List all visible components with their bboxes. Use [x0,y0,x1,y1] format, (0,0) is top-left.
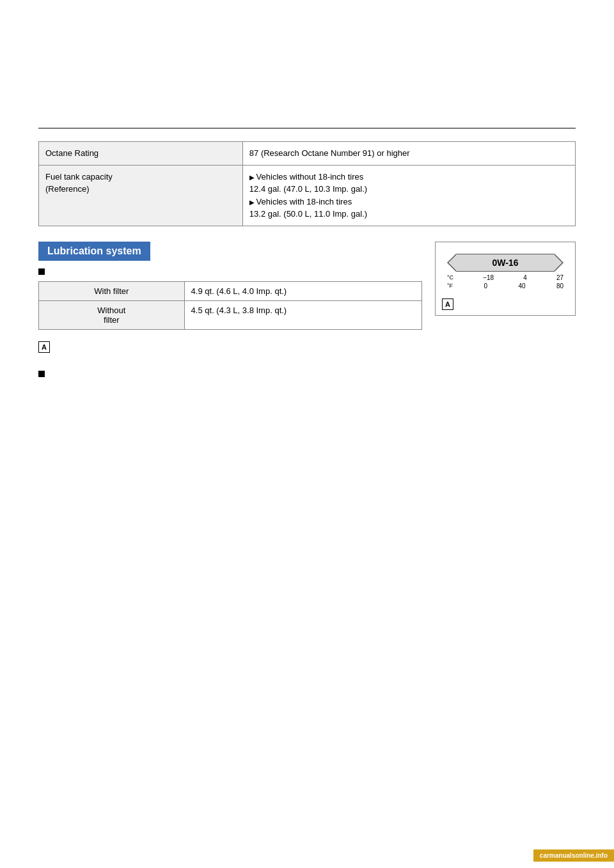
lubrication-section: Lubrication system With filter 4.9 qt. (… [38,242,576,330]
without-filter-label: Withoutfilter [39,300,185,329]
octane-label: Octane Rating [39,142,243,166]
main-content: Octane Rating 87 (Research Octane Number… [38,141,576,377]
section-header-lubrication: Lubrication system [38,242,150,261]
arrow-left-fill-icon [448,255,456,270]
with-filter-value: 4.9 qt. (4.6 L, 4.0 Imp. qt.) [184,281,421,300]
badge-a-ref-icon: A [38,341,50,353]
fahrenheit-0: 0 [484,283,487,290]
fuel-capacity-value: Vehicles without 18-inch tires 12.4 gal.… [242,165,575,226]
fahrenheit-row: °F 0 40 80 [447,283,563,290]
without-filter-value: 4.5 qt. (4.3 L, 3.8 Imp. qt.) [184,300,421,329]
carmanuals-logo: carmanualsonline.info [533,849,614,862]
celsius-unit: °C [447,274,453,281]
table-row: Octane Rating 87 (Research Octane Number… [39,142,576,166]
watermark-area: carmanualsonline.info [533,849,614,862]
oil-capacity-table: With filter 4.9 qt. (4.6 L, 4.0 Imp. qt.… [38,281,422,330]
fahrenheit-80: 80 [556,283,563,290]
fahrenheit-unit: °F [447,283,453,290]
fuel-capacity-label: Fuel tank capacity(Reference) [39,165,243,226]
oil-grade-label: 0W-16 [456,254,555,272]
temp-chart-box: 0W-16 °C −18 4 27 [435,242,576,316]
fahrenheit-40: 40 [518,283,525,290]
badge-a-reference: A [38,337,576,353]
table-row: With filter 4.9 qt. (4.6 L, 4.0 Imp. qt.… [39,281,422,300]
bottom-marker-row [38,368,576,377]
table-row: Withoutfilter 4.5 qt. (4.3 L, 3.8 Imp. q… [39,300,422,329]
celsius-row: °C −18 4 27 [447,274,563,281]
badge-a: A [442,298,453,310]
page: Octane Rating 87 (Research Octane Number… [0,0,614,868]
temperature-scale: °C −18 4 27 °F 0 40 80 [447,274,563,290]
fuel-specs-table: Octane Rating 87 (Research Octane Number… [38,141,576,226]
celsius-neg18: −18 [483,274,494,281]
badge-a-container: A [442,295,569,310]
lubrication-right: 0W-16 °C −18 4 27 [435,242,576,316]
section-subsection-marker [38,268,422,275]
celsius-27: 27 [556,274,563,281]
table-row: Fuel tank capacity(Reference) Vehicles w… [39,165,576,226]
oil-grade-arrow: 0W-16 [447,254,563,272]
with-filter-label: With filter [39,281,185,300]
arrow-right-fill-icon [555,255,562,270]
bottom-section [38,368,576,377]
top-divider [38,128,576,128]
bottom-black-square-icon [38,371,45,377]
black-square-icon [38,268,45,275]
octane-value: 87 (Research Octane Number 91) or higher [242,142,575,166]
celsius-4: 4 [523,274,527,281]
lubrication-left: Lubrication system With filter 4.9 qt. (… [38,242,422,330]
